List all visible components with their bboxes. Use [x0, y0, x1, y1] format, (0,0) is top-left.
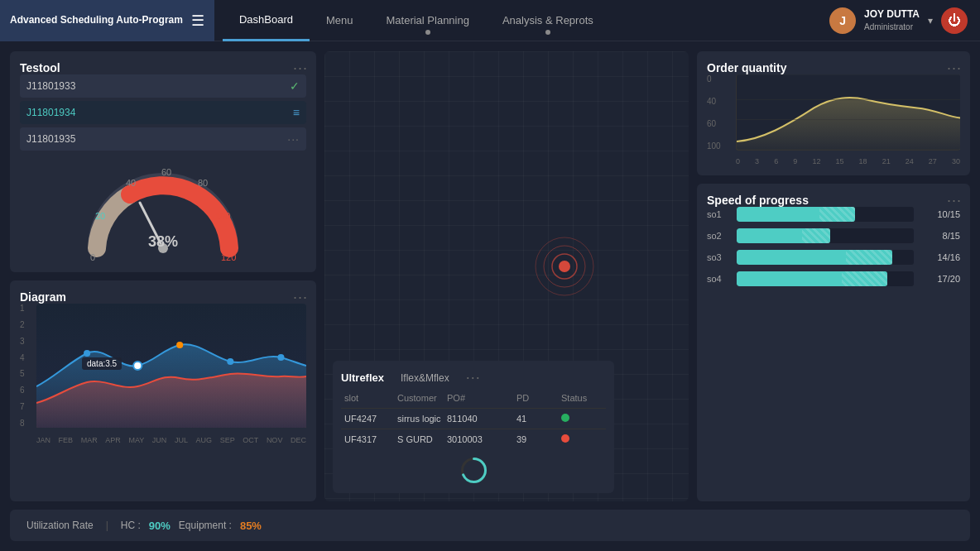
progress-stripe [842, 271, 887, 286]
brand-ultraflex: Ultreflex [341, 371, 384, 384]
progress-menu-icon[interactable]: ··· [947, 192, 962, 209]
svg-point-9 [84, 350, 90, 357]
progress-bar-fill [737, 228, 830, 243]
progress-circle-area [341, 456, 606, 485]
status-indicator [561, 434, 569, 443]
right-column: Order quantity ··· 100 60 40 0 [697, 51, 970, 501]
tab-material-planning[interactable]: Material Planning [370, 0, 486, 41]
power-button[interactable]: ⏻ [941, 7, 968, 34]
main-content: Testool ··· J11801933 ✓ J11801934 ≡ J118… [0, 41, 980, 551]
hamburger-icon[interactable]: ☰ [191, 12, 204, 30]
gauge-percent-label: 38% [148, 233, 178, 250]
user-info: JOY DUTTA Administrator [864, 8, 920, 32]
gauge-svg: 0 20 40 60 80 100 120 38% [80, 157, 246, 265]
progress-stripe [802, 228, 830, 243]
testool-title: Testool [20, 61, 60, 74]
cell-status [561, 414, 603, 424]
diagram-title: Diagram [20, 290, 66, 304]
utilization-label: Utilization Rate [26, 520, 94, 531]
diagram-svg [36, 304, 306, 428]
job-item[interactable]: J11801934 ≡ [20, 101, 306, 124]
order-chart: 100 60 40 0 [707, 74, 960, 165]
svg-text:20: 20 [95, 211, 105, 221]
tab-dot [425, 30, 430, 35]
check-icon: ✓ [290, 79, 300, 93]
progress-bar-fill [737, 207, 855, 222]
progress-bar-bg [737, 271, 914, 286]
progress-stripe [819, 207, 855, 222]
diagram-chart: 8 7 6 5 4 3 2 1 [20, 304, 306, 444]
status-indicator [561, 414, 569, 422]
table-row[interactable]: UF4317 S GURD 3010003 39 [341, 429, 606, 449]
testool-card: Testool ··· J11801933 ✓ J11801934 ≡ J118… [10, 51, 316, 272]
avatar: J [829, 7, 856, 34]
svg-text:120: 120 [221, 252, 236, 262]
cell-po: 3010003 [447, 434, 513, 444]
nav-right: J JOY DUTTA Administrator ▾ ⏻ [829, 7, 980, 34]
col-slot: slot [344, 393, 394, 403]
job-item[interactable]: J11801933 ✓ [20, 74, 306, 98]
tab-analysis[interactable]: Analysis & Reprots [486, 0, 610, 41]
cell-po: 811040 [447, 414, 513, 424]
progress-bar-fill [737, 250, 892, 265]
chart-tooltip: data:3.5 [82, 357, 122, 370]
progress-value: 8/15 [919, 231, 960, 241]
cell-pd: 39 [516, 434, 558, 444]
table-menu-icon[interactable]: ··· [466, 369, 481, 386]
order-quantity-title: Order quantity [707, 61, 786, 74]
progress-row: so4 17/20 [707, 271, 960, 286]
progress-label: so2 [707, 231, 732, 241]
svg-text:100: 100 [215, 211, 230, 221]
cell-customer: S GURD [397, 434, 444, 444]
cell-customer: sirrus logic [397, 414, 444, 424]
progress-value: 10/15 [919, 209, 960, 219]
progress-value: 14/16 [919, 252, 960, 262]
svg-point-10 [176, 342, 183, 348]
top-navigation: Advanced Scheduling Auto-Program ☰ DashB… [0, 0, 980, 41]
radar-pulse [531, 233, 598, 302]
progress-label: so3 [707, 252, 732, 262]
order-area [736, 74, 960, 151]
tab-menu[interactable]: Menu [310, 0, 370, 41]
col-status: Status [561, 393, 603, 403]
equip-value: 85% [240, 520, 262, 532]
tab-dashboard[interactable]: DashBoard [223, 0, 310, 41]
gauge: 0 20 40 60 80 100 120 38% [80, 157, 246, 256]
left-column: Testool ··· J11801933 ✓ J11801934 ≡ J118… [10, 51, 316, 501]
tab-dot [545, 30, 550, 35]
map-area: Ultreflex Iflex&Mflex ··· slot Customer … [324, 51, 689, 501]
cell-pd: 41 [516, 414, 558, 424]
progress-ring-svg [459, 456, 488, 485]
progress-bar-bg [737, 250, 914, 265]
middle-column: Ultreflex Iflex&Mflex ··· slot Customer … [324, 51, 689, 501]
svg-text:60: 60 [161, 167, 171, 177]
svg-point-12 [277, 354, 284, 361]
progress-stripe [846, 250, 892, 265]
progress-label: so1 [707, 209, 732, 219]
job-id: J11801933 [26, 80, 75, 92]
nav-tabs: DashBoard Menu Material Planning Analysi… [214, 0, 829, 41]
progress-bar-bg [737, 228, 914, 243]
job-id: J11801935 [26, 133, 75, 145]
job-item[interactable]: J11801935 ··· [20, 127, 306, 151]
speed-progress-title: Speed of progress [707, 194, 809, 207]
job-id: J11801934 [26, 107, 75, 118]
order-chart-svg [737, 74, 960, 150]
progress-value: 17/20 [919, 274, 960, 284]
diagram-area: data:3.5 [36, 304, 306, 428]
progress-row: so2 8/15 [707, 228, 960, 243]
svg-text:80: 80 [198, 178, 208, 188]
svg-text:40: 40 [126, 178, 136, 188]
user-name: JOY DUTTA [864, 8, 920, 22]
brand-iflex: Iflex&Mflex [401, 372, 449, 384]
table-row[interactable]: UF4247 sirrus logic 811040 41 [341, 408, 606, 429]
progress-bar-bg [737, 207, 914, 222]
order-y-labels: 100 60 40 0 [707, 74, 721, 151]
chevron-down-icon[interactable]: ▾ [928, 15, 933, 26]
chart-x-labels: JAN FEB MAR APR MAY JUN JUL AUG SEP OCT … [36, 436, 306, 444]
col-customer: Customer [397, 393, 444, 403]
testool-menu-icon[interactable]: ··· [293, 60, 308, 77]
chart-y-labels: 8 7 6 5 4 3 2 1 [20, 304, 29, 428]
radar-svg [531, 233, 598, 299]
job-menu-icon[interactable]: ··· [287, 132, 300, 146]
